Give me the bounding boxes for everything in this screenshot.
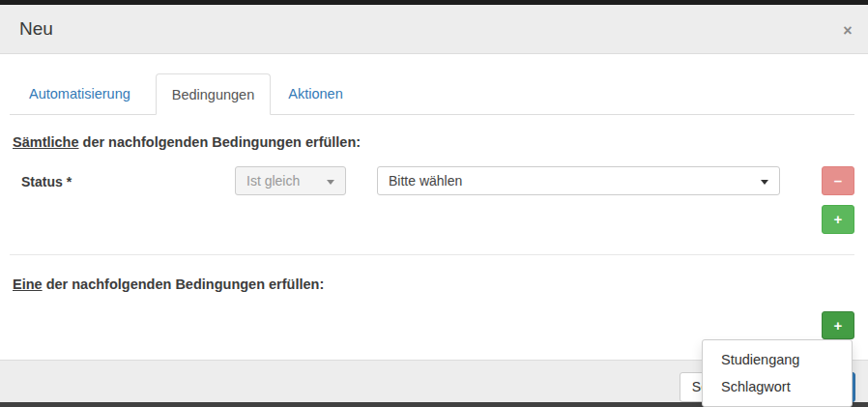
close-icon[interactable]: × [837,20,858,42]
tab-bedingungen[interactable]: Bedingungen [156,73,271,115]
conditions-all-keyword: Sämtliche [13,134,79,150]
modal-header: Neu × [0,5,868,54]
value-select-value: Bitte wählen [389,173,462,189]
conditions-any-keyword: Eine [13,276,43,292]
value-select[interactable]: Bitte wählen [377,166,780,195]
conditions-any-heading: Eine der nachfolgenden Bedingungen erfül… [13,276,324,292]
plus-icon: + [834,211,843,227]
menu-item-schlagwort[interactable]: Schlagwort [703,373,852,400]
conditions-all-heading-rest: der nachfolgenden Bedingungen erfüllen: [79,134,362,150]
caret-down-icon [327,180,334,185]
minus-icon: – [834,172,842,189]
add-condition-dropdown-menu: Studiengang Schlagwort [702,339,853,407]
conditions-all-heading: Sämtliche der nachfolgenden Bedingungen … [13,134,361,150]
tab-aktionen[interactable]: Aktionen [273,73,358,113]
tab-automatisierung[interactable]: Automatisierung [10,73,154,113]
operator-select[interactable]: Ist gleich [235,166,346,195]
add-condition-button-any[interactable]: + [822,311,854,339]
section-divider [10,254,854,255]
remove-condition-button[interactable]: – [822,166,854,195]
condition-row-label: Status * [21,174,72,189]
conditions-any-heading-rest: der nachfolgenden Bedingungen erfüllen: [43,276,325,292]
operator-select-value: Ist gleich [246,173,300,189]
modal-dialog: Neu × Automatisierung Bedingungen Aktion… [0,0,868,407]
plus-icon: + [834,317,843,334]
caret-down-icon [761,180,768,185]
modal-title: Neu [19,18,53,40]
add-condition-button-all[interactable]: + [822,205,854,234]
menu-item-studiengang[interactable]: Studiengang [703,346,852,373]
tab-bar: Automatisierung Bedingungen Aktionen [10,73,854,115]
